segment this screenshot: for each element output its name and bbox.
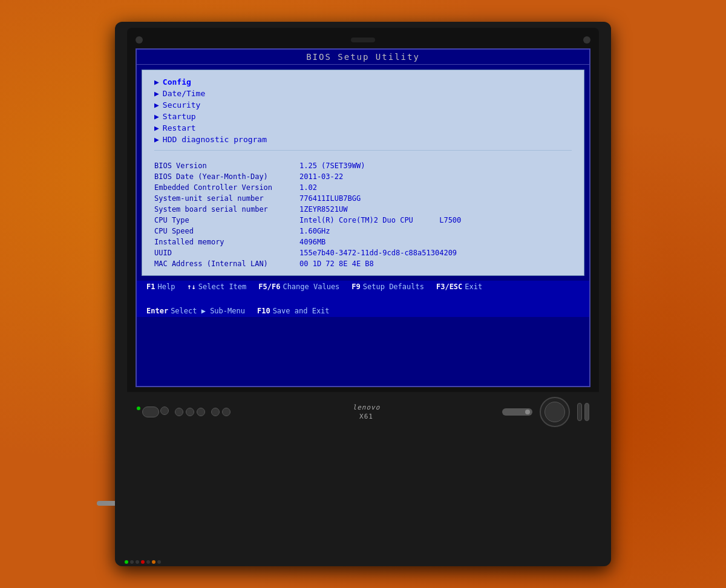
label-bios-date: BIOS Date (Year-Month-Day)	[154, 172, 299, 181]
label-memory: Installed memory	[154, 238, 299, 246]
footer-enter: Enter Select ▶ Sub-Menu	[146, 307, 245, 315]
info-row-mac: MAC Address (Internal LAN) 00 1D 72 8E 4…	[154, 258, 572, 269]
section-divider	[154, 150, 572, 151]
btn-media-1[interactable]	[175, 408, 183, 416]
screen-bezel: BIOS Setup Utility ▶ Config ▶ Date/Time …	[127, 28, 599, 392]
brand-area: lenovo X61	[353, 403, 381, 420]
key-arrows: ↑↓	[187, 283, 195, 291]
info-row-board-serial: System board serial number 1ZEYR8521UW	[154, 204, 572, 215]
btn-small-1[interactable]	[160, 407, 169, 415]
power-button-inner	[544, 402, 565, 422]
label-mac: MAC Address (Internal LAN)	[154, 260, 299, 268]
label-ec-version: Embedded Controller Version	[154, 183, 299, 192]
key-f9: F9	[352, 283, 360, 291]
desc-setup-defaults: Setup Defaults	[363, 283, 424, 291]
status-off-1	[130, 560, 134, 564]
footer-f10: F10 Save and Exit	[257, 307, 330, 315]
laptop-body: BIOS Setup Utility ▶ Config ▶ Date/Time …	[115, 22, 611, 566]
desc-help: Help	[157, 283, 175, 291]
footer-f3esc: F3/ESC Exit	[436, 283, 482, 291]
menu-label-hdd: HDD diagnostic program	[163, 135, 267, 144]
status-off-3	[146, 560, 150, 564]
btn-ctrl-2[interactable]	[222, 408, 231, 416]
value-cpu-type: Intel(R) Core(TM)2 Duo CPU L7500	[299, 216, 461, 224]
status-indicators	[137, 407, 169, 417]
value-cpu-speed: 1.60GHz	[299, 227, 330, 235]
menu-arrow-datetime: ▶	[154, 89, 159, 98]
info-row-unit-serial: System-unit serial number 776411ILUB7BGG	[154, 193, 572, 204]
toggle-switch[interactable]	[142, 407, 159, 417]
label-cpu-speed: CPU Speed	[154, 227, 299, 235]
bezel-dot-left	[136, 36, 143, 44]
key-f1: F1	[146, 283, 155, 291]
btn-ctrl-1[interactable]	[211, 408, 220, 416]
menu-label-restart: Restart	[163, 123, 196, 132]
more-controls	[211, 408, 231, 416]
info-row-ec-version: Embedded Controller Version 1.02	[154, 182, 572, 193]
desc-select-item: Select Item	[198, 283, 246, 291]
key-f10: F10	[257, 307, 270, 315]
value-uuid: 155e7b40-3472-11dd-9cd8-c88a51304209	[299, 249, 457, 257]
value-board-serial: 1ZEYR8521UW	[299, 205, 347, 214]
bezel-dot-right	[583, 36, 590, 44]
footer-select: ↑↓ Select Item	[187, 283, 246, 291]
btn-media-3[interactable]	[197, 408, 205, 416]
value-bios-date: 2011-03-22	[299, 172, 343, 181]
label-unit-serial: System-unit serial number	[154, 194, 299, 203]
status-orange	[152, 560, 155, 564]
menu-arrow-hdd: ▶	[154, 135, 159, 144]
model-name: X61	[359, 413, 373, 420]
label-bios-version: BIOS Version	[154, 162, 299, 170]
info-row-uuid: UUID 155e7b40-3472-11dd-9cd8-c88a5130420…	[154, 247, 572, 258]
bios-title-bar: BIOS Setup Utility	[137, 50, 589, 65]
menu-item-hdd[interactable]: ▶ HDD diagnostic program	[154, 134, 572, 145]
bios-menu: ▶ Config ▶ Date/Time ▶ Security ▶ Startu…	[154, 76, 572, 145]
media-controls	[175, 408, 205, 416]
menu-item-startup[interactable]: ▶ Startup	[154, 111, 572, 122]
value-unit-serial: 776411ILUB7BGG	[299, 194, 361, 203]
value-memory: 4096MB	[299, 238, 325, 246]
desc-exit: Exit	[465, 283, 482, 291]
cable	[97, 501, 115, 506]
power-button[interactable]	[540, 397, 570, 427]
value-bios-version: 1.25 (7SET39WW)	[299, 162, 365, 170]
brand-name: lenovo	[353, 403, 381, 411]
status-red	[141, 560, 145, 564]
status-off-4	[157, 560, 161, 564]
status-bar	[125, 560, 161, 564]
desc-sub-menu: Select ▶ Sub-Menu	[171, 307, 245, 315]
label-cpu-type: CPU Type	[154, 216, 299, 224]
menu-label-startup: Startup	[163, 112, 196, 121]
bios-screen: BIOS Setup Utility ▶ Config ▶ Date/Time …	[136, 48, 590, 387]
menu-label-datetime: Date/Time	[163, 89, 205, 98]
menu-arrow-startup: ▶	[154, 112, 159, 121]
bar-control-2	[584, 403, 589, 421]
footer-f5f6: F5/F6 Change Values	[258, 283, 339, 291]
indicator-row-top	[137, 407, 169, 417]
btn-media-2[interactable]	[186, 408, 194, 416]
bios-content-area: ▶ Config ▶ Date/Time ▶ Security ▶ Startu…	[142, 70, 584, 276]
desc-save-exit: Save and Exit	[273, 307, 330, 315]
menu-label-config: Config	[163, 77, 191, 87]
key-enter: Enter	[146, 307, 168, 315]
bar-control	[577, 403, 582, 421]
desc-change-values: Change Values	[283, 283, 339, 291]
menu-item-security[interactable]: ▶ Security	[154, 99, 572, 111]
menu-item-restart[interactable]: ▶ Restart	[154, 122, 572, 134]
menu-item-datetime[interactable]: ▶ Date/Time	[154, 88, 572, 99]
status-green	[125, 560, 128, 564]
key-f5f6: F5/F6	[258, 283, 280, 291]
right-controls	[502, 397, 589, 427]
info-row-cpu-speed: CPU Speed 1.60GHz	[154, 226, 572, 237]
left-controls	[137, 407, 231, 417]
menu-item-config[interactable]: ▶ Config	[154, 76, 572, 88]
value-mac: 00 1D 72 8E 4E B8	[299, 260, 374, 268]
camera	[351, 38, 375, 42]
bottom-panel: lenovo X61	[127, 392, 599, 432]
menu-arrow-security: ▶	[154, 100, 159, 109]
footer-f9: F9 Setup Defaults	[352, 283, 424, 291]
volume-slider[interactable]	[502, 408, 532, 416]
control-group	[142, 407, 169, 417]
menu-label-security: Security	[163, 100, 201, 109]
bios-title: BIOS Setup Utility	[306, 52, 420, 62]
